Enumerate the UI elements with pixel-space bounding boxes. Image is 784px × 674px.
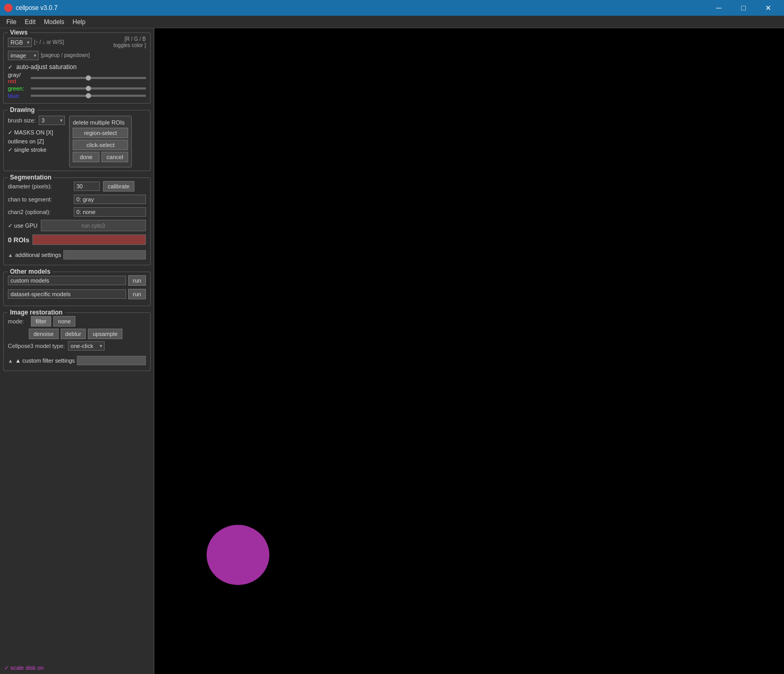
rois-count: 0 ROIs [8,236,29,244]
gray-slider[interactable] [31,77,146,79]
custom-filter-triangle: ▲ [8,358,13,364]
blue-slider[interactable] [31,95,146,97]
gray-slider-row: gray/ red [8,72,146,84]
menu-models[interactable]: Models [40,17,69,27]
chan-dropdown[interactable]: 0: gray 1: red 2: green 3: blue [74,195,146,204]
outlines-on-label: outlines on [Z] [8,138,44,144]
menu-edit[interactable]: Edit [20,17,40,27]
brush-and-checks: brush size: 123 45 ✓ MASKS ON [X] outlin… [8,116,65,154]
brush-row: brush size: 123 45 [8,116,65,125]
dataset-model-row: dataset-specific models run [8,289,146,299]
use-gpu-row: ✓ use GPU run cyto3 [8,220,146,231]
brush-label: brush size: [8,117,36,123]
other-models-section: Other models custom models run dataset-s… [3,272,151,306]
canvas-content [154,28,784,674]
drawing-section: Drawing brush size: 123 45 ✓ MASKS ON [3,110,151,171]
delete-roi-popup: delete multiple ROIs region-select click… [69,116,132,167]
scale-disk-label: ✓ scale disk on [4,665,44,671]
additional-settings-row[interactable]: ▲ additional settings [8,248,146,262]
brush-size-dropdown[interactable]: 123 45 [39,116,65,125]
filter-button[interactable]: filter [31,316,51,327]
main-layout: Views RGB R G B [↑ / ↓ or W/S] [R / G / … [0,28,784,674]
additional-settings-triangle: ▲ [8,252,13,258]
mode-dropdown[interactable]: image gradXY gradZ [8,51,39,60]
status-bar: ✓ scale disk on [0,661,154,674]
rois-bar [32,234,146,245]
custom-model-row: custom models run [8,275,146,286]
masks-on-label: ✓ MASKS ON [X] [8,129,53,136]
other-models-title: Other models [8,268,52,275]
use-gpu-label: ✓ use GPU [8,222,38,229]
chan2-row: chan2 (optional): 0: none 1: red 2: gree… [8,207,146,217]
green-label: green: [8,85,29,92]
gray-label: gray/ red [8,72,29,84]
outlines-on-row: outlines on [Z] [8,137,65,145]
menu-file[interactable]: File [2,17,20,27]
calibrate-button[interactable]: calibrate [103,181,134,192]
popup-actions: done cancel [73,152,128,164]
model-type-dropdown[interactable]: one-click denoise deblur upsample [68,341,105,351]
drawing-title: Drawing [8,106,37,114]
bottom-spacer [0,373,154,405]
done-button[interactable]: done [73,152,99,162]
masks-on-row: ✓ MASKS ON [X] [8,128,65,137]
maximize-button[interactable]: □ [732,0,755,16]
upsample-button[interactable]: upsample [88,329,122,339]
app-icon [4,4,13,12]
diameter-input[interactable] [74,182,100,191]
views-row-2: image gradXY gradZ [pageup / pagedown] [8,51,146,60]
click-select-button[interactable]: click-select [73,140,128,150]
dataset-model-dropdown[interactable]: dataset-specific models [8,289,126,299]
denoise-button[interactable]: denoise [29,329,59,339]
auto-adjust-label: auto-adjust saturation [16,63,76,71]
color-hint: [↑ / ↓ or W/S] [34,39,64,46]
app-title: cellpose v3.0.7 [16,4,707,12]
custom-run-button[interactable]: run [128,275,146,286]
additional-settings-bar [63,250,146,260]
image-restoration-section: Image restoration mode: filter none deno… [3,312,151,371]
chan2-dropdown[interactable]: 0: none 1: red 2: green 3: blue [74,207,146,217]
deblur-button[interactable]: deblur [61,329,86,339]
model-type-dropdown-wrap: one-click denoise deblur upsample [68,341,105,351]
rois-row: 0 ROIs [8,234,146,245]
green-slider-row: green: [8,85,146,92]
delete-roi-title: delete multiple ROIs [73,119,128,126]
brush-dropdown-wrap: 123 45 [39,116,65,125]
mode-row: mode: filter none [8,316,146,327]
menu-help[interactable]: Help [69,17,90,27]
color-dropdown[interactable]: RGB R G B [8,38,32,47]
page-hint: [pageup / pagedown] [41,52,89,59]
green-slider[interactable] [31,87,146,89]
region-select-button[interactable]: region-select [73,128,128,138]
toggle-hint: [R / G / Btoggles color ] [113,36,146,49]
model-type-row: Cellpose3 model type: one-click denoise … [8,341,146,351]
segmentation-section: Segmentation diameter (pixels): calibrat… [3,177,151,265]
chan2-label: chan2 (optional): [8,209,71,215]
minimize-button[interactable]: ─ [707,0,731,16]
chan-label: chan to segment: [8,196,71,203]
canvas-area [154,28,784,674]
none-button[interactable]: none [53,316,75,327]
custom-filter-row[interactable]: ▲ ▲ custom filter settings [8,354,146,367]
purple-circle [207,525,269,585]
cancel-button[interactable]: cancel [101,152,128,162]
dataset-run-button[interactable]: run [128,289,146,299]
run-cyto3-button[interactable]: run cyto3 [41,220,146,231]
custom-model-dropdown[interactable]: custom models [8,276,126,285]
auto-adjust-check: ✓ [8,64,14,71]
custom-filter-bar [77,356,146,365]
menubar: File Edit Models Help [0,16,784,28]
custom-filter-label: ▲ custom filter settings [15,357,75,364]
additional-settings-label: additional settings [15,252,61,258]
left-panel: Views RGB R G B [↑ / ↓ or W/S] [R / G / … [0,28,154,674]
chan-row: chan to segment: 0: gray 1: red 2: green… [8,195,146,204]
mode-dropdown-wrap: image gradXY gradZ [8,51,39,60]
single-stroke-row: ✓ single stroke [8,145,65,154]
drawing-top-row: brush size: 123 45 ✓ MASKS ON [X] outlin… [8,116,146,167]
blue-label: blue: [8,93,29,99]
mode-label: mode: [8,318,29,324]
views-section: Views RGB R G B [↑ / ↓ or W/S] [R / G / … [3,32,151,104]
close-button[interactable]: ✕ [756,0,780,16]
auto-adjust-row: ✓ auto-adjust saturation [8,62,146,72]
single-stroke-label: ✓ single stroke [8,147,47,153]
